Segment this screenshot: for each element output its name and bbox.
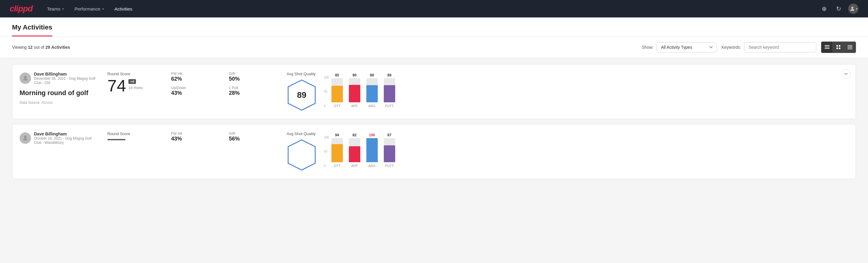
card-2-hexagon [287,139,317,172]
view-toggle [821,41,856,53]
avatar [20,72,31,84]
bar-chart-container: 100 50 0 85 OTT 90 [324,76,395,108]
card-2-shot-quality-left: Avg Shot Quality [287,132,317,172]
c2-bar-ott-label: OTT [334,164,340,168]
page-title: My Activities [12,18,52,36]
svg-point-14 [24,136,27,139]
y-label-50: 50 [324,90,329,93]
c2-bar-ott-fill [332,144,343,162]
svg-rect-5 [839,45,840,47]
card-left: Dave Billingham December 05, 2021 - Gog … [20,71,98,105]
shot-quality-left: Avg Shot Quality 89 [287,71,317,112]
chart-y-axis: 100 50 0 [324,76,329,108]
c2-bar-app-fill [349,146,360,162]
grid-view-button[interactable] [833,42,844,53]
svg-rect-9 [847,46,852,47]
updown-value: 43% [171,90,219,96]
add-button[interactable]: ⊕ [819,4,829,13]
teams-chevron-icon: ▾ [62,7,64,10]
fw-hit-label: FW Hit [171,71,219,76]
holes-label: 18 Holes [128,86,143,90]
score-placeholder [107,139,125,140]
c2-y-label-0: 0 [324,164,329,168]
refresh-button[interactable]: ↻ [834,4,843,13]
round-score-section: Round Score 74 +4 18 Holes [107,71,161,94]
c2-bar-arg-fill [366,138,378,162]
c2-bar-arg-value: 106 [369,133,375,137]
nav-links: Teams ▾ Performance ▾ Activities [42,4,810,14]
performance-chevron-icon: ▾ [102,7,104,10]
list-view-button[interactable] [822,42,833,53]
user-2-row: Dave Billingham October 16, 2021 - Gog M… [20,132,98,145]
nav-item-activities[interactable]: Activities [110,4,137,14]
bar-app-label: APP [351,104,358,108]
mini-stats-2: GIR 50% 1 Putt 28% [229,71,277,100]
fw-hit-stat: FW Hit 62% [171,71,219,82]
card-2-shot-quality: Avg Shot Quality 100 50 0 94 [287,132,455,172]
filter-bar: Viewing 12 out of 29 Activities Show: Al… [0,37,868,58]
bar-putt-value: 89 [388,73,391,77]
bar-app: 90 APP [349,73,360,108]
svg-rect-4 [836,45,838,47]
svg-rect-7 [839,48,840,49]
c2-bar-putt-track [384,138,395,162]
show-filter-group: Show: All Activity Types [642,42,717,52]
c2-bar-putt-label: PUTT [385,164,394,168]
data-source: Data Source: Arccos [20,100,98,105]
viewing-total: 29 [45,45,50,50]
bar-ott-value: 85 [335,73,339,77]
card-2-bar-chart-container: 100 50 0 94 OTT 82 [324,136,395,168]
activities-content: ✏ Dave Billingham December 05, 2021 - Go… [0,58,868,190]
bar-arg-track [366,78,378,102]
c2-bar-app-value: 82 [352,133,356,137]
show-label: Show: [642,45,654,50]
c2-bar-putt-value: 87 [388,133,391,137]
edit-button[interactable]: ✏ [841,69,851,79]
c2-bar-arg-label: ARG [368,164,376,168]
one-putt-label: 1 Putt [229,86,277,90]
nav-teams-label: Teams [47,6,60,11]
nav-item-teams[interactable]: Teams ▾ [42,4,68,14]
card-2-left: Dave Billingham October 16, 2021 - Gog M… [20,132,98,147]
keywords-filter-group: Keywords: [721,42,816,52]
svg-point-12 [24,76,27,79]
gir-label: GIR [229,71,277,76]
bar-ott-track [332,78,343,102]
compact-view-button[interactable] [844,42,856,53]
card-2-chart-y-axis: 100 50 0 [324,136,329,168]
bar-app-value: 90 [352,73,356,77]
shot-quality-section: Avg Shot Quality 89 100 50 0 [287,71,455,112]
svg-rect-10 [847,48,852,48]
user-avatar[interactable]: ▾ [848,4,858,14]
user-2-name: Dave Billingham [34,132,98,136]
bar-arg: 89 ARG [366,73,378,108]
avg-shot-label: Avg Shot Quality [287,71,317,76]
user-row: Dave Billingham December 05, 2021 - Gog … [20,71,98,85]
c2-bar-putt: 87 PUTT [384,133,395,168]
bar-ott-fill [332,86,343,102]
bar-arg-value: 89 [370,73,374,77]
svg-rect-11 [847,49,852,49]
navbar: clippd Teams ▾ Performance ▾ Activities … [0,0,868,18]
bar-ott-label: OTT [334,104,340,108]
activity-type-select[interactable]: All Activity Types [657,42,717,52]
svg-rect-8 [847,45,852,46]
page-header: My Activities [0,18,868,37]
activity-card: ✏ Dave Billingham December 05, 2021 - Go… [12,64,856,119]
bar-chart: 85 OTT 90 APP [332,76,395,108]
card-2-mini-stats-2: GIR 56% [229,132,277,146]
mini-stats: FW Hit 62% Up/Down 43% [171,71,219,100]
round-score-display: 74 +4 18 Holes [107,77,161,94]
svg-marker-15 [288,140,315,170]
user-2-date: October 16, 2021 - Gog Magog Golf Club -… [34,136,98,145]
keywords-input[interactable] [744,42,816,52]
bar-arg-label: ARG [368,104,376,108]
activity-card-2: Dave Billingham October 16, 2021 - Gog M… [12,124,856,179]
avatar-2 [20,133,31,144]
card-2-mini-stats: FW Hit 43% [171,132,219,146]
bar-putt: 89 PUTT [384,73,395,108]
card-2-round-score-label: Round Score [107,132,161,136]
score-badge: +4 [128,79,136,84]
card-2-round-score: Round Score [107,132,161,140]
nav-item-performance[interactable]: Performance ▾ [70,4,108,14]
